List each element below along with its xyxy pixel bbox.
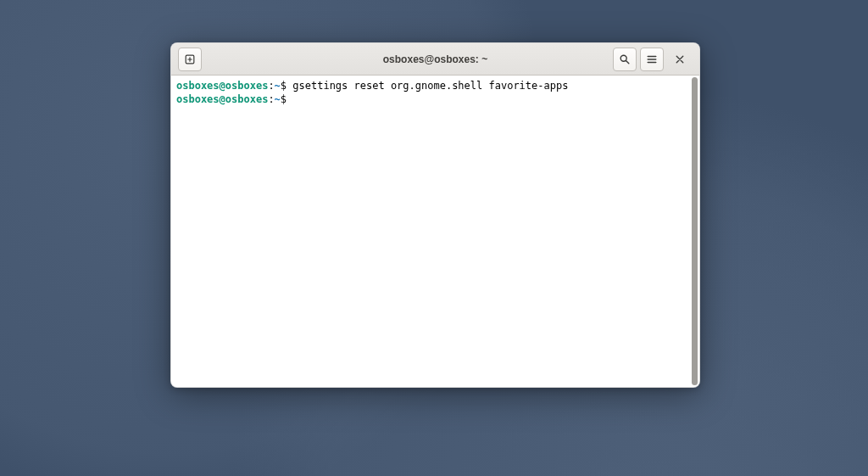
prompt-user-host: osboxes@osboxes [176,80,268,92]
search-icon [619,53,631,65]
prompt-separator: : [268,93,274,105]
search-button[interactable] [613,48,637,71]
menu-button[interactable] [640,48,664,71]
window-title: osboxes@osboxes: ~ [383,53,487,65]
terminal-line: osboxes@osboxes:~$ gsettings reset org.g… [176,79,686,92]
svg-point-1 [620,55,626,61]
prompt-path: ~ [275,93,281,105]
vertical-scrollbar[interactable] [691,77,698,385]
prompt-path: ~ [275,80,281,92]
terminal-window: osboxes@osboxes: ~ osboxes@osboxes:~$ gs [170,42,700,388]
new-tab-button[interactable] [178,48,202,71]
hamburger-icon [646,53,658,65]
terminal-area[interactable]: osboxes@osboxes:~$ gsettings reset org.g… [171,76,699,387]
prompt-user-host: osboxes@osboxes [176,93,268,105]
prompt-dollar: $ [281,80,292,92]
close-button[interactable] [667,48,693,71]
close-icon [675,54,685,64]
new-tab-icon [184,53,196,65]
prompt-dollar: $ [281,93,292,105]
prompt-separator: : [268,80,274,92]
command-text: gsettings reset org.gnome.shell favorite… [292,80,568,92]
terminal-content[interactable]: osboxes@osboxes:~$ gsettings reset org.g… [171,76,691,387]
terminal-line: osboxes@osboxes:~$ [176,92,686,106]
window-titlebar[interactable]: osboxes@osboxes: ~ [171,43,699,76]
scrollbar-thumb[interactable] [692,77,698,385]
